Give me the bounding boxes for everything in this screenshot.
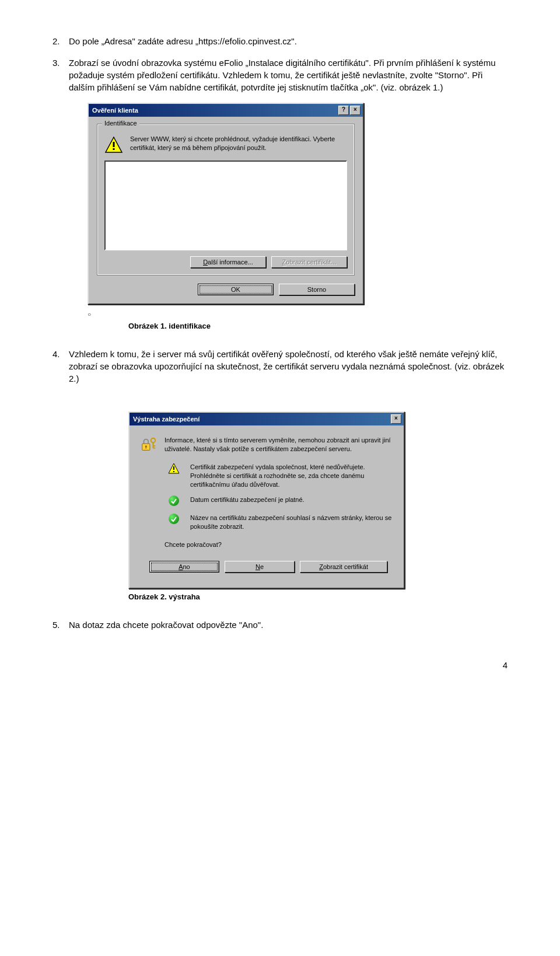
svg-rect-2 [113, 148, 115, 150]
show-certificate-button[interactable]: Zobrazit certifikát [300, 561, 387, 573]
groupbox-legend: Identifikace [102, 120, 139, 127]
security-message-1: Informace, které si s tímto serverem vym… [164, 436, 393, 453]
yes-button[interactable]: Ano [149, 561, 219, 573]
list-text: Zobrazí se úvodní obrazovka systému eFol… [69, 57, 508, 93]
list-text: Do pole „Adresa" zadáte adresu „https://… [69, 35, 508, 47]
figure-caption-1: Obrázek 1. identifikace [128, 322, 508, 330]
list-number: 2. [52, 35, 69, 47]
warning-icon [166, 463, 182, 477]
no-button[interactable]: Ne [225, 561, 295, 573]
list-number: 3. [52, 57, 69, 93]
svg-rect-1 [113, 142, 115, 147]
dialog-message: Server WWW, který si chcete prohlédnout,… [130, 135, 347, 152]
svg-rect-11 [173, 466, 174, 470]
dialog-security-warning: Výstraha zabezpečení × Informace, které … [128, 411, 405, 589]
ok-button[interactable]: OK [198, 284, 274, 295]
check-ok-icon [166, 496, 182, 507]
list-text: Vzhledem k tomu, že i server má svůj cer… [69, 348, 508, 385]
titlebar-text: Ověření klienta [92, 107, 337, 114]
help-icon[interactable]: ? [338, 106, 349, 115]
dialog-client-verification: Ověření klienta ? × Identifikace Server … [88, 103, 364, 305]
lock-key-icon [140, 436, 156, 456]
titlebar-text: Výstraha zabezpečení [133, 416, 390, 423]
show-certificate-button: Zobrazit certifikát... [271, 256, 347, 268]
warning-icon [104, 136, 123, 155]
more-info-button[interactable]: Další informace... [190, 256, 266, 268]
list-item-5: 5. Na dotaz zda chcete pokračovat odpově… [52, 619, 508, 631]
bullet [88, 309, 508, 318]
security-message-2: Certifikát zabezpečení vydala společnost… [190, 463, 393, 489]
list-number: 5. [52, 619, 69, 631]
security-message-4: Název na certifikátu zabezpečení souhlas… [190, 514, 393, 531]
svg-rect-5 [146, 446, 147, 449]
list-text: Na dotaz zda chcete pokračovat odpovězte… [69, 619, 508, 631]
check-ok-icon [166, 514, 182, 525]
page-number: 4 [52, 660, 508, 670]
list-number: 4. [52, 348, 69, 385]
titlebar[interactable]: Výstraha zabezpečení × [130, 413, 404, 425]
figure-caption-2: Obrázek 2. výstraha [128, 592, 508, 601]
cancel-button[interactable]: Storno [279, 284, 355, 295]
groupbox-identification: Identifikace Server WWW, který si chcete… [97, 124, 355, 275]
svg-rect-12 [173, 471, 174, 472]
titlebar[interactable]: Ověření klienta ? × [89, 104, 363, 117]
continue-prompt: Chcete pokračovat? [164, 540, 222, 549]
svg-point-6 [151, 438, 156, 443]
list-item-2: 2. Do pole „Adresa" zadáte adresu „https… [52, 35, 508, 47]
security-message-3: Datum certifikátu zabezpečení je platné. [190, 496, 304, 504]
close-icon[interactable]: × [391, 414, 401, 424]
certificate-listbox[interactable] [104, 161, 347, 250]
list-item-3: 3. Zobrazí se úvodní obrazovka systému e… [52, 57, 508, 93]
close-icon[interactable]: × [350, 106, 360, 115]
list-item-4: 4. Vzhledem k tomu, že i server má svůj … [52, 348, 508, 385]
